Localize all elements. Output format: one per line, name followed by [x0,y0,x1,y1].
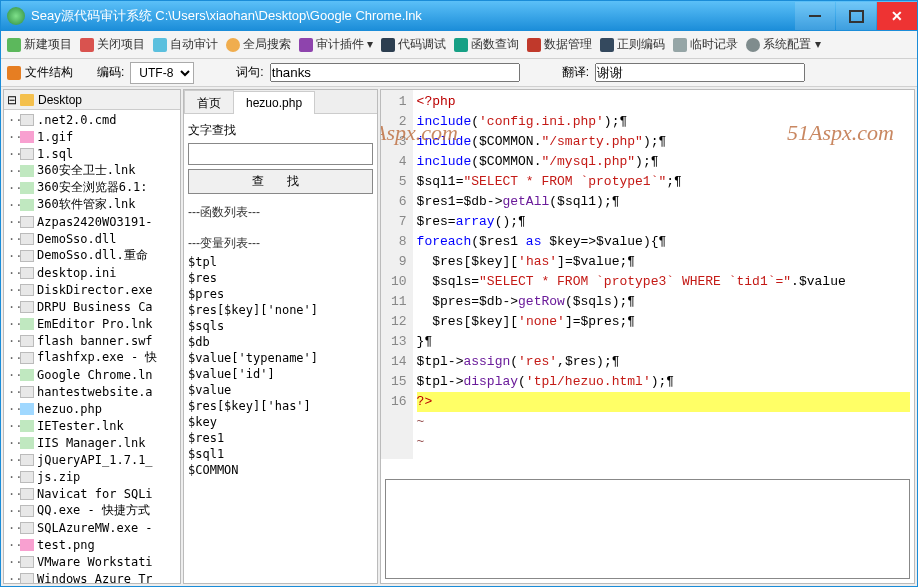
tree-item[interactable]: ···QQ.exe - 快捷方式 [4,502,180,519]
code-area[interactable]: <?phpinclude('config.ini.php');¶include(… [413,90,914,459]
encoding-select[interactable]: UTF-8 [130,62,194,84]
collapse-tree-icon[interactable]: ⊟ [4,93,20,107]
plus-icon [7,38,21,52]
tree-item[interactable]: ···DRPU Business Ca [4,298,180,315]
temp-record-button[interactable]: 临时记录 [673,36,738,53]
var-item[interactable]: $value['id'] [188,366,373,382]
main-toolbar: 新建项目 关闭项目 自动审计 全局搜索 审计插件 ▾ 代码调试 函数查询 数据管… [1,31,917,59]
output-pane[interactable] [385,479,910,579]
tree-item[interactable]: ···flash banner.swf [4,332,180,349]
close-project-button[interactable]: 关闭项目 [80,36,145,53]
encoding-label: 编码: [97,64,124,81]
tree-item[interactable]: ···VMware Workstati [4,553,180,570]
sys-config-menu[interactable]: 系统配置 ▾ [746,36,820,53]
func-query-label: 函数查询 [471,36,519,53]
tree-item[interactable]: ···js.zip [4,468,180,485]
x-icon [80,38,94,52]
line-gutter: 12345678910111213141516 [381,90,413,459]
tree-item[interactable]: ···Google Chrome.ln [4,366,180,383]
tree-item[interactable]: ···1.gif [4,128,180,145]
var-item[interactable]: $res1 [188,430,373,446]
tree-item[interactable]: ···Navicat for SQLi [4,485,180,502]
var-list-header: ---变量列表--- [188,235,373,252]
tree-item[interactable]: ···EmEditor Pro.lnk [4,315,180,332]
var-item[interactable]: $value['typename'] [188,350,373,366]
tree-item[interactable]: ···360软件管家.lnk [4,196,180,213]
tree-item[interactable]: ···flashfxp.exe - 快 [4,349,180,366]
var-item[interactable]: $res[$key]['has'] [188,398,373,414]
var-item[interactable]: $pres [188,286,373,302]
auto-audit-label: 自动审计 [170,36,218,53]
tree-item[interactable]: ···360安全卫士.lnk [4,162,180,179]
text-search-input[interactable] [188,143,373,165]
minimize-button[interactable] [795,2,835,30]
tree-item[interactable]: ···hantestwebsite.a [4,383,180,400]
tree-item[interactable]: ···desktop.ini [4,264,180,281]
var-item[interactable]: $sqls [188,318,373,334]
tree-item[interactable]: ···360安全浏览器6.1: [4,179,180,196]
tree-item[interactable]: ···IIS Manager.lnk [4,434,180,451]
sub-toolbar: 文件结构 编码: UTF-8 词句: 翻译: [1,59,917,87]
regex-label: 正则编码 [617,36,665,53]
var-item[interactable]: $res [188,270,373,286]
plugin-icon [299,38,313,52]
middle-panel: 首页 hezuo.php 文字查找 查 找 ---函数列表--- ---变量列表… [183,89,378,584]
tree-item[interactable]: ···DemoSso.dll [4,230,180,247]
var-item[interactable]: $tpl [188,254,373,270]
var-item[interactable]: $COMMON [188,462,373,478]
tree-icon [7,66,21,80]
text-search-label: 文字查找 [188,122,373,139]
tree-item[interactable]: ···Azpas2420WO3191- [4,213,180,230]
debug-icon [381,38,395,52]
text-search-button[interactable]: 查 找 [188,169,373,194]
tree-root-label[interactable]: Desktop [38,93,82,107]
tree-item[interactable]: ···DiskDirector.exe [4,281,180,298]
debug-label: 代码调试 [398,36,446,53]
regex-button[interactable]: 正则编码 [600,36,665,53]
data-mgmt-button[interactable]: 数据管理 [527,36,592,53]
var-item[interactable]: $key [188,414,373,430]
tab-hezuo[interactable]: hezuo.php [233,91,315,114]
auto-audit-button[interactable]: 自动审计 [153,36,218,53]
var-item[interactable]: $db [188,334,373,350]
main-area: ⊟ Desktop ···.net2.0.cmd···1.gif···1.sql… [1,87,917,586]
word-label: 词句: [236,64,263,81]
tree-item[interactable]: ···IETester.lnk [4,417,180,434]
tree-item[interactable]: ···test.png [4,536,180,553]
translate-label: 翻译: [562,64,589,81]
tree-item[interactable]: ···hezuo.php [4,400,180,417]
plugin-menu[interactable]: 审计插件 ▾ [299,36,373,53]
code-editor[interactable]: 12345678910111213141516 <?phpinclude('co… [381,90,914,459]
tab-home[interactable]: 首页 [184,90,234,113]
maximize-button[interactable] [836,2,876,30]
debug-button[interactable]: 代码调试 [381,36,446,53]
tree-item[interactable]: ···DemoSso.dll.重命 [4,247,180,264]
tree-item[interactable]: ···.net2.0.cmd [4,111,180,128]
func-icon [454,38,468,52]
folder-icon [20,94,34,106]
close-button[interactable] [877,2,917,30]
tree-item[interactable]: ···Windows Azure Tr [4,570,180,583]
var-item[interactable]: $sql1 [188,446,373,462]
var-item[interactable]: $res[$key]['none'] [188,302,373,318]
gear-icon [746,38,760,52]
tree-item[interactable]: ···jQueryAPI_1.7.1_ [4,451,180,468]
tree-item[interactable]: ···SQLAzureMW.exe - [4,519,180,536]
new-project-label: 新建项目 [24,36,72,53]
search-icon [226,38,240,52]
global-search-button[interactable]: 全局搜索 [226,36,291,53]
translate-input[interactable] [595,63,805,82]
word-input[interactable] [270,63,520,82]
file-tree-panel: ⊟ Desktop ···.net2.0.cmd···1.gif···1.sql… [3,89,181,584]
var-item[interactable]: $value [188,382,373,398]
func-list-header: ---函数列表--- [188,204,373,221]
sys-config-label: 系统配置 ▾ [763,36,820,53]
window-title: Seay源代码审计系统 C:\Users\xiaohan\Desktop\Goo… [31,7,422,25]
code-hscroll[interactable] [381,459,914,475]
tree-header: ⊟ Desktop [4,90,180,110]
tree-body[interactable]: ···.net2.0.cmd···1.gif···1.sql···360安全卫士… [4,110,180,583]
new-project-button[interactable]: 新建项目 [7,36,72,53]
var-list: $tpl$res$pres$res[$key]['none']$sqls$db$… [188,254,373,478]
func-query-button[interactable]: 函数查询 [454,36,519,53]
tree-item[interactable]: ···1.sql [4,145,180,162]
